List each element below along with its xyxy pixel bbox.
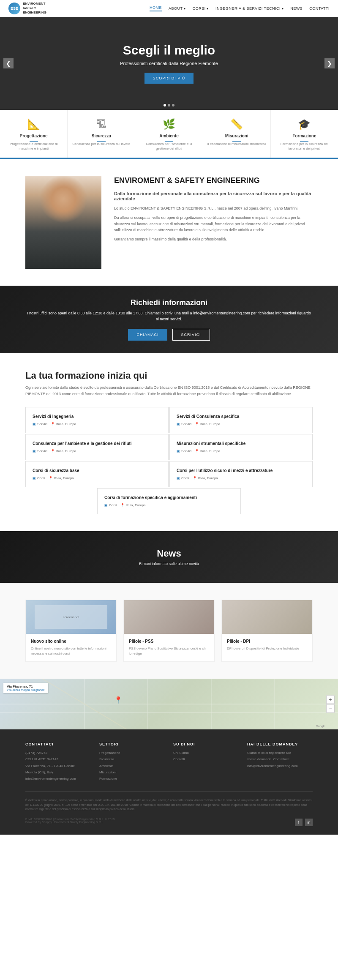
training-card-5[interactable]: Corsi di sicurezza base ▣ Corsi 📍 Italia…: [25, 461, 169, 487]
news-card-1-body: Nuovo sito online Online il nostro nuovo…: [26, 634, 116, 661]
footer: CONTATTACI (0173) 724753 CELLULARE: 3471…: [0, 729, 338, 834]
map-zoom-out[interactable]: −: [326, 704, 335, 713]
service-ambiente-title: Ambiente: [139, 134, 198, 138]
tag-loc-icon-5: 📍: [49, 476, 53, 480]
training-card-5-tags: ▣ Corsi 📍 Italia, Europa: [33, 476, 161, 480]
map-label[interactable]: Via Piacenza, 71 Visualizza mappa più gr…: [3, 683, 48, 693]
training-card-bottom-title: Corsi di formazione specifica e aggiorna…: [104, 495, 234, 500]
nav-contatti[interactable]: CONTATTI: [309, 6, 330, 11]
training-tag-location-5: 📍 Italia, Europa: [49, 476, 74, 480]
nav-news[interactable]: NEWS: [290, 6, 303, 11]
news-card-1[interactable]: screenshot Nuovo sito online Online il n…: [25, 600, 117, 662]
footer-city: Moviola (CN), Italy: [25, 770, 91, 775]
cta-text: I nostri uffici sono aperti dalle 8:30 a…: [25, 311, 313, 322]
news-card-2[interactable]: Pillole - PSS PSS ovvero Piano Sostituti…: [123, 600, 215, 662]
logo: ESE ENVIROMENT SAFETY ENGINEERING: [8, 2, 46, 15]
training-card-bottom-tags: ▣ Corsi 📍 Italia, Europa: [104, 503, 234, 507]
service-formazione-title: Formazione: [275, 134, 334, 138]
footer-settori-3[interactable]: Ambiente: [99, 764, 165, 768]
service-progettazione-icon: 📐: [4, 118, 63, 130]
tag-icon-4: ▣: [177, 449, 180, 453]
hero-prev-arrow[interactable]: ❮: [3, 58, 14, 68]
news-card-3-title: Pillole - DPI: [227, 639, 307, 644]
map-zoom-in[interactable]: +: [326, 696, 335, 704]
map-marker: 📍: [114, 696, 123, 704]
training-tag-location-2: 📍 Italia, Europa: [195, 422, 220, 426]
news-card-3[interactable]: Pillole - DPI DPI ovvero i Dispositivi d…: [221, 600, 313, 662]
footer-grid: CONTATTACI (0173) 724753 CELLULARE: 3471…: [25, 742, 313, 783]
footer-facebook-icon[interactable]: f: [295, 819, 303, 826]
news-card-3-body: Pillole - DPI DPI ovvero i Dispositivi d…: [222, 634, 312, 656]
tag-loc-icon-b: 📍: [120, 503, 125, 507]
hero-section: ❮ Scegli il meglio Professionisti certif…: [0, 17, 338, 110]
hero-next-arrow[interactable]: ❯: [324, 58, 335, 68]
hero-cta-button[interactable]: SCOPRI DI PIÙ: [144, 73, 194, 84]
cta-call-button[interactable]: CHIAMACI: [128, 329, 167, 341]
about-title: ENVIROMENT & SAFETY ENGINEERING: [114, 176, 313, 186]
footer-sunoi-1[interactable]: Chi Siamo: [173, 751, 239, 755]
service-sicurezza-icon: 🏗: [72, 118, 131, 130]
training-card-3[interactable]: Consulenza per l'ambiente e la gestione …: [25, 434, 169, 460]
training-title: La tua formazione inizia qui: [25, 370, 313, 381]
footer-settori-4[interactable]: Misurazioni: [99, 770, 165, 775]
footer-col-contatti-title: CONTATTACI: [25, 742, 91, 746]
news-cards-section: screenshot Nuovo sito online Online il n…: [0, 583, 338, 679]
about-para-3: Garantiamo sempre il massimo della quali…: [114, 236, 313, 242]
training-tag-location-b: 📍 Italia, Europa: [120, 503, 146, 507]
footer-settori-5[interactable]: Formazione: [99, 776, 165, 781]
service-progettazione: 📐 Progettazione Progettazione e certific…: [0, 110, 68, 158]
news-banner-subtitle: Rimani informato sulle ultime novità: [25, 562, 313, 566]
footer-settori-1[interactable]: Progettazione: [99, 751, 165, 755]
service-misurazioni-title: Misurazioni: [207, 134, 266, 138]
map-inner: 📍 Via Piacenza, 71 Visualizza mappa più …: [0, 679, 338, 729]
footer-mobile: CELLULARE: 347143: [25, 757, 91, 762]
training-card-bottom[interactable]: Corsi di formazione specifica e aggiorna…: [97, 488, 241, 514]
footer-sunoi-2[interactable]: Contatti: [173, 757, 239, 762]
hero-subtitle: Professionisti certificati dalla Regione…: [120, 61, 218, 66]
service-misurazioni-icon: 📏: [207, 118, 266, 130]
footer-email: info@enviromentengineering.com: [25, 776, 91, 781]
nav-corsi[interactable]: CORSI: [193, 6, 209, 11]
training-tag-servizi-1: ▣ Servizi: [33, 422, 47, 426]
news-card-2-body: Pillole - PSS PSS ovvero Piano Sostituti…: [124, 634, 214, 661]
service-ambiente: 🌿 Ambiente Consulenza per l'ambiente e l…: [135, 110, 203, 158]
news-banner: News Rimani informato sulle ultime novit…: [0, 531, 338, 583]
tag-loc-icon-6: 📍: [193, 476, 197, 480]
news-card-2-text: PSS ovvero Piano Sostitutivo Sicurezza: …: [129, 646, 209, 656]
training-card-6-title: Corsi per l'utilizzo sicuro di mezzi e a…: [177, 468, 305, 473]
training-card-1-title: Servizi di Ingegneria: [33, 414, 161, 419]
training-tag-servizi-4: ▣ Servizi: [177, 449, 191, 453]
nav-about[interactable]: ABOUT: [169, 6, 186, 11]
hero-dot-1[interactable]: [164, 104, 166, 106]
training-card-1[interactable]: Servizi di Ingegneria ▣ Servizi 📍 Italia…: [25, 407, 169, 433]
footer-linkedin-icon[interactable]: in: [305, 819, 313, 826]
service-progettazione-desc: Progettazione e certificazione di macchi…: [4, 142, 63, 151]
cta-write-button[interactable]: SCRIVICI: [172, 329, 210, 341]
training-card-5-title: Corsi di sicurezza base: [33, 468, 161, 473]
service-sicurezza-desc: Consulenza per la sicurezza sul lavoro: [72, 142, 131, 146]
footer-settori-2[interactable]: Sicurezza: [99, 757, 165, 762]
news-cards-grid: screenshot Nuovo sito online Online il n…: [25, 600, 313, 662]
training-card-2[interactable]: Servizi di Consulenza specifica ▣ Serviz…: [169, 407, 313, 433]
training-tag-servizi-2: ▣ Servizi: [177, 422, 191, 426]
service-formazione: 🎓 Formazione Formazione per la sicurezza…: [271, 110, 338, 158]
news-card-2-title: Pillole - PSS: [129, 639, 209, 644]
training-tag-servizi-3: ▣ Servizi: [33, 449, 47, 453]
about-para-2: Da allora si occupa a livello europeo di…: [114, 215, 313, 233]
nav-home[interactable]: HOME: [150, 5, 162, 11]
training-card-6[interactable]: Corsi per l'utilizzo sicuro di mezzi e a…: [169, 461, 313, 487]
training-card-4[interactable]: Misurazioni strumentali specifiche ▣ Ser…: [169, 434, 313, 460]
cta-buttons: CHIAMACI SCRIVICI: [25, 329, 313, 341]
nav-ingegneria[interactable]: INGEGNERIA & SERVIZI TECNICI: [215, 6, 283, 11]
footer-legal-text: È vietata la riproduzione, anche parzial…: [25, 798, 313, 812]
logo-icon: ESE: [8, 3, 20, 14]
training-card-4-title: Misurazioni strumentali specifiche: [177, 441, 305, 446]
footer-col-sunoi-title: SU DI NOI: [173, 742, 239, 746]
hero-dot-3[interactable]: [172, 104, 174, 106]
about-content: ENVIROMENT & SAFETY ENGINEERING Dalla fo…: [114, 176, 313, 246]
hero-dot-2[interactable]: [168, 104, 170, 106]
training-grid: Servizi di Ingegneria ▣ Servizi 📍 Italia…: [25, 407, 313, 514]
training-card-2-tags: ▣ Servizi 📍 Italia, Europa: [177, 422, 305, 426]
service-ambiente-desc: Consulenza per l'ambiente e la gestione …: [139, 142, 198, 151]
service-sicurezza: 🏗 Sicurezza Consulenza per la sicurezza …: [68, 110, 135, 158]
